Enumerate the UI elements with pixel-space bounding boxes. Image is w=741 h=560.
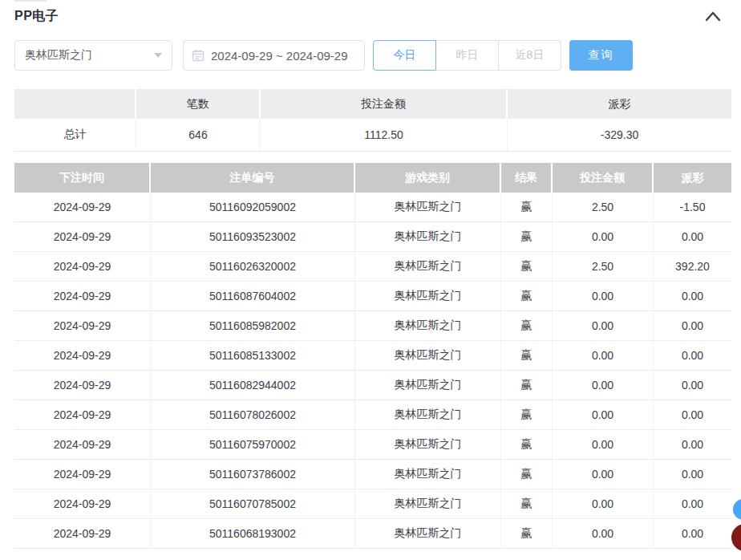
payout-cell: 0.00 (654, 400, 731, 430)
table-row: 2024-09-2950116082944002奥林匹斯之门赢0.000.00 (14, 371, 731, 400)
bet-amount-cell: 0.00 (553, 282, 654, 311)
bet-id-cell: 50116082944002 (151, 371, 355, 400)
payout-cell: 0.00 (654, 519, 731, 549)
bet-id-cell: 50116087604002 (151, 282, 355, 311)
table-row: 2024-09-2950116087604002奥林匹斯之门赢0.000.00 (14, 282, 731, 311)
header-bet-id: 注单编号 (151, 163, 355, 193)
bet-amount-cell: 0.00 (553, 311, 654, 341)
table-row: 2024-09-2950116075970002奥林匹斯之门赢0.000.00 (14, 430, 731, 460)
bet-amount-cell: 0.00 (553, 489, 654, 519)
date-range-value: 2024-09-29 ~ 2024-09-29 (211, 49, 348, 63)
bet-id-cell: 50116085982002 (151, 311, 355, 341)
result-cell: 赢 (501, 282, 553, 311)
bet-amount-cell: 2.50 (553, 193, 654, 222)
header-payout: 派彩 (654, 163, 731, 193)
bet-id-cell: 50116092059002 (151, 193, 355, 222)
table-row: 2024-09-2950116078026002奥林匹斯之门赢0.000.00 (14, 400, 731, 430)
payout-cell: 0.00 (654, 282, 731, 311)
top-edge-remnant (14, 0, 47, 2)
bet-time-cell: 2024-09-29 (14, 430, 151, 460)
bet-id-cell: 50116026320002 (151, 252, 355, 282)
summary-table: 笔数 投注金额 派彩 总计 646 1112.50 -329.30 (14, 89, 731, 152)
result-cell: 赢 (501, 311, 553, 341)
header-game-type: 游戏类别 (355, 163, 501, 193)
table-row: 2024-09-2950116026320002奥林匹斯之门赢2.50392.2… (14, 252, 731, 282)
summary-total-label: 总计 (14, 119, 136, 152)
search-button[interactable]: 查询 (569, 40, 633, 71)
table-row: 2024-09-2950116073786002奥林匹斯之门赢0.000.00 (14, 460, 731, 489)
bet-records-table: 下注时间 注单编号 游戏类别 结果 投注金额 派彩 2024-09-295011… (14, 163, 731, 549)
table-row: 2024-09-2950116085133002奥林匹斯之门赢0.000.00 (14, 341, 731, 371)
payout-cell: 0.00 (654, 371, 731, 400)
quick-date-button-group: 今日 昨日 近8日 (373, 40, 561, 71)
bet-amount-cell: 0.00 (553, 460, 654, 489)
payout-cell: 0.00 (654, 311, 731, 341)
bet-id-cell: 50116075970002 (151, 430, 355, 460)
bet-table-header-row: 下注时间 注单编号 游戏类别 结果 投注金额 派彩 (14, 163, 731, 193)
collapse-panel-button[interactable] (704, 10, 722, 22)
payout-cell: 0.00 (654, 460, 731, 489)
game-type-cell: 奥林匹斯之门 (355, 341, 501, 371)
summary-header-blank (14, 89, 136, 119)
result-cell: 赢 (501, 252, 553, 282)
bet-amount-cell: 0.00 (553, 519, 654, 549)
summary-total-count: 646 (136, 119, 261, 152)
bet-amount-cell: 0.00 (553, 400, 654, 430)
result-cell: 赢 (501, 341, 553, 371)
table-row: 2024-09-2950116085982002奥林匹斯之门赢0.000.00 (14, 311, 731, 341)
game-type-cell: 奥林匹斯之门 (355, 489, 501, 519)
game-type-cell: 奥林匹斯之门 (355, 193, 501, 222)
panel-header: PP电子 (14, 6, 722, 26)
game-select[interactable]: 奥林匹斯之门 (14, 40, 172, 71)
today-button[interactable]: 今日 (373, 40, 436, 71)
bet-id-cell: 50116070785002 (151, 489, 355, 519)
result-cell: 赢 (501, 460, 553, 489)
bet-amount-cell: 0.00 (553, 371, 654, 400)
chevron-up-icon (705, 10, 721, 22)
summary-total-bet-amount: 1112.50 (261, 119, 508, 152)
game-type-cell: 奥林匹斯之门 (355, 519, 501, 549)
table-row: 2024-09-2950116093523002奥林匹斯之门赢0.000.00 (14, 222, 731, 252)
result-cell: 赢 (501, 193, 553, 222)
bet-time-cell: 2024-09-29 (14, 489, 151, 519)
bet-time-cell: 2024-09-29 (14, 193, 151, 222)
result-cell: 赢 (501, 489, 553, 519)
game-type-cell: 奥林匹斯之门 (355, 222, 501, 252)
bet-id-cell: 50116078026002 (151, 400, 355, 430)
table-row: 2024-09-2950116068193002奥林匹斯之门赢0.000.00 (14, 519, 731, 549)
bet-time-cell: 2024-09-29 (14, 252, 151, 282)
pp-electronic-panel: PP电子 奥林匹斯之门 2024-09-29 ~ 2024-09-29 今日 (0, 0, 741, 560)
header-bet-time: 下注时间 (14, 163, 151, 193)
bet-time-cell: 2024-09-29 (14, 460, 151, 489)
bet-amount-cell: 0.00 (553, 222, 654, 252)
bet-time-cell: 2024-09-29 (14, 222, 151, 252)
floating-button-red[interactable] (731, 524, 741, 551)
yesterday-button[interactable]: 昨日 (435, 40, 499, 71)
header-result: 结果 (501, 163, 553, 193)
game-select-value: 奥林匹斯之门 (25, 48, 154, 63)
summary-header-row: 笔数 投注金额 派彩 (14, 89, 731, 119)
table-row: 2024-09-2950116092059002奥林匹斯之门赢2.50-1.50 (14, 193, 731, 222)
bet-id-cell: 50116085133002 (151, 341, 355, 371)
game-type-cell: 奥林匹斯之门 (355, 311, 501, 341)
bet-id-cell: 50116073786002 (151, 460, 355, 489)
bet-time-cell: 2024-09-29 (14, 400, 151, 430)
payout-cell: 0.00 (654, 222, 731, 252)
payout-cell: 0.00 (654, 489, 731, 519)
result-cell: 赢 (501, 371, 553, 400)
payout-cell: 0.00 (654, 341, 731, 371)
date-range-picker[interactable]: 2024-09-29 ~ 2024-09-29 (183, 40, 365, 71)
chevron-down-icon (154, 53, 162, 58)
result-cell: 赢 (501, 222, 553, 252)
game-type-cell: 奥林匹斯之门 (355, 460, 501, 489)
payout-cell: 0.00 (654, 430, 731, 460)
floating-button-blue[interactable] (733, 499, 741, 520)
result-cell: 赢 (501, 519, 553, 549)
summary-header-bet-amount: 投注金额 (261, 89, 508, 119)
summary-header-payout: 派彩 (508, 89, 731, 119)
last-8-days-button[interactable]: 近8日 (498, 40, 561, 71)
payout-cell: 392.20 (654, 252, 731, 282)
bet-time-cell: 2024-09-29 (14, 341, 151, 371)
payout-cell: -1.50 (654, 193, 731, 222)
summary-total-row: 总计 646 1112.50 -329.30 (14, 119, 731, 152)
